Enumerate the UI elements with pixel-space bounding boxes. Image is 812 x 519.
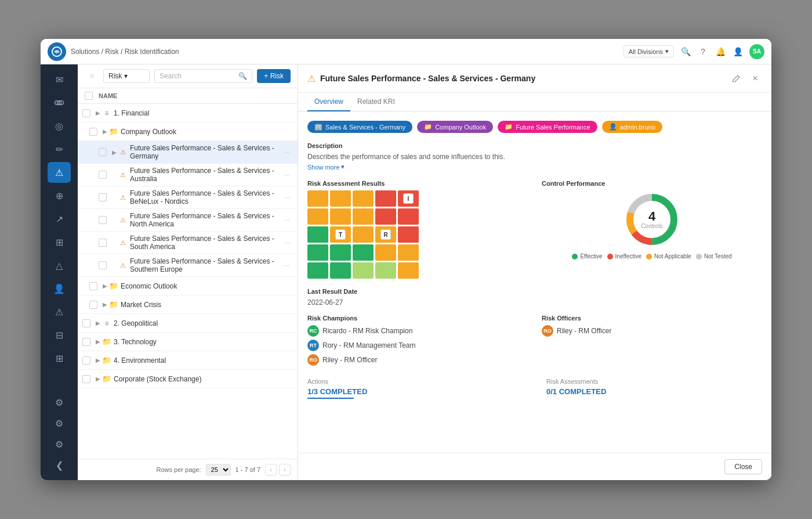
user-icon[interactable]: 👤: [732, 46, 744, 57]
bell-icon[interactable]: 🔔: [715, 46, 726, 57]
sidebar: ✉ ◎ ✏ ⚠ ⊕ ↗ ⊞ △ 👤 ⚠ ⊟ ⊞ ⚙ ⚙ ⚙ ❮: [41, 64, 78, 480]
legend-ineffective: Ineffective: [607, 253, 641, 260]
sidebar-item-chevron-left[interactable]: ❮: [48, 455, 71, 475]
help-icon[interactable]: ?: [697, 46, 709, 57]
item-checkbox[interactable]: [82, 375, 90, 383]
sidebar-item-gear2[interactable]: ⚙: [48, 413, 71, 434]
tag-company-outlook[interactable]: 📁 Company Outlook: [417, 121, 493, 133]
sidebar-item-globe[interactable]: ⊕: [48, 185, 71, 206]
item-checkbox[interactable]: [99, 193, 107, 201]
division-selector[interactable]: All Divisions ▾: [624, 45, 674, 57]
list-item[interactable]: ▶ 📁 Market Crisis: [78, 295, 298, 314]
list-item[interactable]: ⚠ Future Sales Performance - Sales & Ser…: [78, 209, 298, 232]
item-checkbox[interactable]: [82, 356, 90, 365]
expand-arrow[interactable]: ▶: [101, 301, 109, 309]
person-icon: 👤: [609, 123, 617, 131]
sidebar-item-rocket[interactable]: ↗: [48, 208, 71, 229]
list-item[interactable]: ▶ 📁 Corporate (Stock Exchange): [78, 370, 298, 388]
close-detail-button[interactable]: ✕: [748, 71, 762, 85]
sidebar-item-warning[interactable]: ⚠: [48, 301, 71, 322]
detail-actions: ✕: [730, 71, 762, 85]
prev-page-button[interactable]: ‹: [265, 464, 277, 475]
expand-arrow[interactable]: ▶: [94, 356, 102, 365]
list-item[interactable]: ▶ 📁 Economic Outlook: [78, 277, 298, 295]
user-avatar[interactable]: SA: [749, 44, 764, 59]
edit-button[interactable]: [730, 71, 744, 85]
list-item[interactable]: ▶ ≡ 2. Geopolitical: [78, 314, 298, 333]
expand-arrow[interactable]: ▶: [94, 109, 102, 117]
expand-arrow[interactable]: ▶: [94, 319, 102, 327]
risk-icon: ⚠: [118, 193, 128, 202]
breadcrumb: Solutions / Risk / Risk Identification: [71, 48, 619, 56]
sidebar-item-chart2[interactable]: ⊞: [48, 348, 71, 369]
item-checkbox[interactable]: [89, 301, 97, 309]
item-checkbox[interactable]: [99, 171, 107, 179]
item-checkbox[interactable]: [99, 148, 107, 156]
item-checkbox[interactable]: [99, 239, 107, 247]
matrix-cell-badge-i: I: [398, 190, 419, 207]
type-select[interactable]: Risk ▾: [103, 69, 150, 83]
list-item[interactable]: ▶ ⚠ Future Sales Performance - Sales & S…: [78, 141, 298, 164]
list-item[interactable]: ▶ 📁 3. Technology: [78, 333, 298, 351]
list-item[interactable]: ⚠ Future Sales Performance - Sales & Ser…: [78, 164, 298, 186]
legend-dot-ineffective: [607, 254, 613, 260]
sidebar-item-chart1[interactable]: ⊟: [48, 325, 71, 345]
list-item[interactable]: ⚠ Future Sales Performance - Sales & Ser…: [78, 186, 298, 209]
building-icon: 🏢: [314, 123, 322, 131]
item-checkbox[interactable]: [89, 128, 97, 136]
expand-arrow[interactable]: ▶: [101, 128, 109, 136]
tag-admin-bruno[interactable]: 👤 admin.bruno: [602, 121, 662, 133]
item-menu-button[interactable]: ···: [281, 214, 293, 226]
item-checkbox[interactable]: [99, 216, 107, 224]
item-menu-button[interactable]: ···: [281, 260, 293, 271]
sidebar-item-gear3[interactable]: ⚙: [48, 434, 71, 455]
item-checkbox[interactable]: [82, 109, 90, 117]
add-risk-button[interactable]: + Risk: [257, 69, 291, 83]
legend-not-applicable: Not Applicable: [646, 253, 691, 260]
sidebar-item-target[interactable]: ◎: [48, 116, 71, 136]
sidebar-item-infinity[interactable]: [48, 92, 71, 113]
app-logo[interactable]: [48, 42, 66, 61]
tag-sales-services[interactable]: 🏢 Sales & Services - Germany: [307, 121, 412, 133]
matrix-cell: [307, 208, 328, 225]
sidebar-item-mail[interactable]: ✉: [48, 69, 71, 90]
item-menu-button[interactable]: ···: [281, 237, 293, 248]
risk-assessments-completed-link[interactable]: 0/1 COMPLETED: [546, 387, 762, 396]
tag-future-sales[interactable]: 📁 Future Sales Performance: [498, 121, 597, 133]
item-checkbox[interactable]: [89, 282, 97, 290]
sidebar-bottom: ⚙ ⚙ ⚙ ❮: [48, 392, 71, 475]
actions-completed-link[interactable]: 1/3 COMPLETED: [307, 387, 523, 396]
sidebar-item-alert[interactable]: ⚠: [48, 162, 71, 183]
list-item[interactable]: ⚠ Future Sales Performance - Sales & Ser…: [78, 254, 298, 277]
item-checkbox[interactable]: [82, 319, 90, 327]
next-page-button[interactable]: ›: [279, 464, 291, 475]
list-item[interactable]: ▶ 📁 4. Environmental: [78, 351, 298, 370]
search-icon[interactable]: 🔍: [680, 46, 691, 57]
sidebar-item-person[interactable]: 👤: [48, 278, 71, 299]
item-checkbox[interactable]: [99, 261, 107, 269]
rows-per-page-select[interactable]: 25 50: [206, 464, 231, 475]
search-box[interactable]: Search 🔍: [154, 69, 252, 83]
sidebar-item-puzzle[interactable]: ⊞: [48, 232, 71, 253]
expand-arrow[interactable]: ▶: [94, 338, 102, 346]
list-item[interactable]: ▶ 📁 Company Outlook: [78, 122, 298, 141]
expand-arrow[interactable]: ▶: [94, 375, 102, 383]
list-item[interactable]: ⚠ Future Sales Performance - Sales & Ser…: [78, 232, 298, 254]
list-item[interactable]: ▶ ≡ 1. Financial: [78, 104, 298, 122]
item-checkbox[interactable]: [82, 338, 90, 346]
item-menu-button[interactable]: ···: [281, 146, 293, 158]
expand-arrow[interactable]: ▶: [101, 282, 109, 290]
sidebar-item-pen[interactable]: ✏: [48, 139, 71, 160]
close-button[interactable]: Close: [724, 459, 762, 474]
tab-related-kri[interactable]: Related KRI: [350, 93, 402, 111]
risk-officers-col: Risk Officers RO Riley - RM Officer: [542, 315, 762, 369]
show-more-button[interactable]: Show more ▾: [307, 163, 762, 171]
star-button[interactable]: ☆: [85, 69, 99, 83]
expand-arrow[interactable]: ▶: [110, 148, 118, 156]
sidebar-item-gear1[interactable]: ⚙: [48, 392, 71, 413]
item-menu-button[interactable]: ···: [281, 169, 293, 181]
item-menu-button[interactable]: ···: [281, 192, 293, 203]
tab-overview[interactable]: Overview: [307, 93, 350, 111]
people-row: Risk Champions RC Ricardo - RM Risk Cham…: [307, 315, 762, 369]
sidebar-item-risk[interactable]: △: [48, 255, 71, 276]
